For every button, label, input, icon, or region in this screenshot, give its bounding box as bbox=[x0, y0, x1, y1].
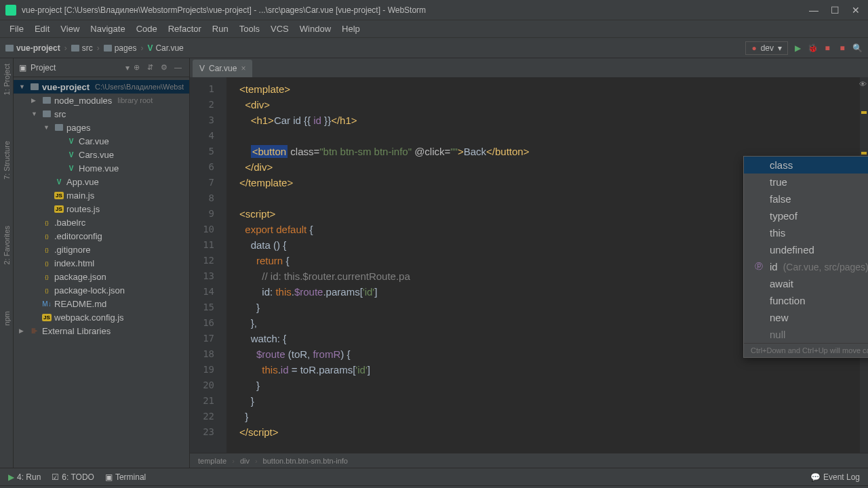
line-gutter: 1234567891011121314151617181920212223 bbox=[190, 77, 227, 453]
menu-help[interactable]: Help bbox=[338, 22, 364, 36]
menu-code[interactable]: Code bbox=[132, 22, 161, 36]
menu-refactor[interactable]: Refactor bbox=[164, 22, 205, 36]
menu-navigate[interactable]: Navigate bbox=[86, 22, 129, 36]
tree-item[interactable]: ▼pages bbox=[14, 121, 189, 134]
breadcrumb-root[interactable]: vue-project bbox=[5, 43, 60, 53]
completion-item[interactable]: this bbox=[744, 224, 868, 241]
breadcrumb-pages[interactable]: pages bbox=[104, 43, 137, 53]
menu-run[interactable]: Run bbox=[208, 22, 233, 36]
minimize-icon[interactable]: — bbox=[809, 5, 818, 16]
close-icon[interactable]: ✕ bbox=[852, 5, 860, 16]
chevron-right-icon: › bbox=[232, 457, 235, 465]
locate-icon[interactable]: ⊕ bbox=[134, 63, 143, 73]
rail-project[interactable]: 1: Project bbox=[1, 61, 12, 98]
chevron-down-icon: ▾ bbox=[778, 43, 782, 53]
breadcrumb-file[interactable]: VCar.vue bbox=[147, 43, 183, 53]
menu-tools[interactable]: Tools bbox=[235, 22, 264, 36]
stop2-button[interactable]: ■ bbox=[837, 43, 848, 54]
completion-item[interactable]: await bbox=[744, 275, 868, 292]
tree-item[interactable]: {}package-lock.json bbox=[14, 283, 189, 297]
rail-structure[interactable]: 7: Structure bbox=[1, 138, 12, 182]
tree-item[interactable]: ▶node_moduleslibrary root bbox=[14, 94, 189, 107]
tree-item[interactable]: {}.babelrc bbox=[14, 216, 189, 229]
tree-item[interactable]: {}.editorconfig bbox=[14, 229, 189, 243]
maximize-icon[interactable]: ☐ bbox=[831, 5, 840, 16]
chevron-right-icon: › bbox=[255, 457, 258, 465]
todo-tool[interactable]: ☑6: TODO bbox=[52, 472, 94, 482]
popup-tip: Ctrl+Down and Ctrl+Up will move caret do… bbox=[744, 343, 868, 357]
completion-item[interactable]: function bbox=[744, 292, 868, 309]
tree-item[interactable]: VCar.vue bbox=[14, 134, 189, 148]
menu-file[interactable]: File bbox=[5, 22, 28, 36]
completion-item[interactable]: class bbox=[744, 157, 868, 174]
tree-item[interactable]: JSwebpack.config.js bbox=[14, 310, 189, 324]
completion-item[interactable]: true bbox=[744, 174, 868, 190]
rail-npm[interactable]: npm bbox=[1, 308, 12, 328]
chevron-down-icon[interactable]: ▾ bbox=[125, 63, 130, 73]
bc-button[interactable]: button.btn.btn-sm.btn-info bbox=[263, 457, 348, 465]
bottom-tool-bar: ▶4: Run ☑6: TODO ▣Terminal 💬Event Log bbox=[0, 468, 868, 485]
menu-window[interactable]: Window bbox=[296, 22, 335, 36]
app-logo-icon bbox=[5, 5, 16, 16]
tree-item[interactable]: JSroutes.js bbox=[14, 202, 189, 216]
project-tree[interactable]: ▼vue-projectC:\Users\Владилен\Webst▶node… bbox=[14, 77, 189, 468]
menu-edit[interactable]: Edit bbox=[31, 22, 54, 36]
bc-template[interactable]: template bbox=[198, 457, 226, 465]
tab-carvue[interactable]: V Car.vue × bbox=[193, 60, 252, 77]
folder-icon bbox=[71, 45, 79, 52]
file-icon: {} bbox=[42, 258, 52, 268]
file-icon: {} bbox=[42, 245, 52, 254]
tree-item[interactable]: M↓README.md bbox=[14, 297, 189, 310]
event-log[interactable]: 💬Event Log bbox=[810, 472, 860, 482]
hide-icon[interactable]: — bbox=[174, 63, 184, 73]
run-config-select[interactable]: ● dev ▾ bbox=[745, 41, 788, 55]
editor-tabs: V Car.vue × bbox=[190, 58, 868, 77]
title-bar: vue-project [C:\Users\Владилен\WebstormP… bbox=[0, 0, 868, 20]
completion-popup[interactable]: classtruefalsetypeofthisundefinedⓟid(Car… bbox=[743, 156, 868, 358]
editor-breadcrumb: template › div › button.btn.btn-sm.btn-i… bbox=[190, 453, 868, 468]
file-icon: {} bbox=[42, 231, 52, 241]
tree-item[interactable]: {}package.json bbox=[14, 270, 189, 283]
tree-item[interactable]: JSmain.js bbox=[14, 188, 189, 202]
file-icon: JS bbox=[54, 204, 64, 214]
tree-item[interactable]: {}.gitignore bbox=[14, 243, 189, 256]
tree-item[interactable]: VApp.vue bbox=[14, 175, 189, 188]
collapse-icon[interactable]: ⇵ bbox=[147, 63, 157, 73]
tree-root[interactable]: ▼vue-projectC:\Users\Владилен\Webst bbox=[14, 80, 189, 94]
file-icon: {} bbox=[42, 218, 52, 227]
tree-item[interactable]: VCars.vue bbox=[14, 148, 189, 161]
completion-item[interactable]: undefined bbox=[744, 241, 868, 258]
tree-item[interactable]: ▼src bbox=[14, 107, 189, 121]
balloon-icon: 💬 bbox=[810, 472, 821, 482]
tree-item[interactable]: VHome.vue bbox=[14, 161, 189, 175]
close-tab-icon[interactable]: × bbox=[241, 64, 245, 73]
breadcrumb-src[interactable]: src bbox=[71, 43, 93, 53]
tree-external[interactable]: ▶⊪External Libraries bbox=[14, 324, 189, 338]
file-icon: V bbox=[54, 177, 64, 186]
stop-button[interactable]: ■ bbox=[822, 43, 833, 54]
gear-icon[interactable]: ⚙ bbox=[161, 63, 170, 73]
tree-item[interactable]: {}index.html bbox=[14, 256, 189, 270]
run-tool[interactable]: ▶4: Run bbox=[8, 472, 41, 482]
completion-item[interactable]: null bbox=[744, 326, 868, 343]
bc-div[interactable]: div bbox=[240, 457, 250, 465]
completion-item[interactable]: ⓟid(Car.vue, src/pages) bbox=[744, 258, 868, 275]
file-icon: M↓ bbox=[42, 299, 52, 308]
play-icon: ▶ bbox=[8, 472, 14, 482]
chevron-right-icon: › bbox=[140, 43, 143, 53]
terminal-tool[interactable]: ▣Terminal bbox=[105, 472, 146, 482]
eye-icon[interactable]: 👁 bbox=[859, 80, 867, 88]
run-button[interactable]: ▶ bbox=[792, 43, 803, 54]
menu-vcs[interactable]: VCS bbox=[267, 22, 293, 36]
search-button[interactable]: 🔍 bbox=[852, 43, 863, 54]
warning-marker[interactable] bbox=[861, 152, 867, 155]
warning-marker[interactable] bbox=[861, 111, 867, 114]
rail-favorites[interactable]: 2: Favorites bbox=[1, 223, 12, 267]
completion-item[interactable]: false bbox=[744, 190, 868, 207]
completion-item[interactable]: typeof bbox=[744, 207, 868, 224]
library-icon: ⊪ bbox=[30, 326, 39, 336]
completion-item[interactable]: new bbox=[744, 309, 868, 326]
vue-icon: V bbox=[147, 43, 153, 53]
debug-button[interactable]: 🐞 bbox=[807, 43, 818, 54]
menu-view[interactable]: View bbox=[56, 22, 83, 36]
